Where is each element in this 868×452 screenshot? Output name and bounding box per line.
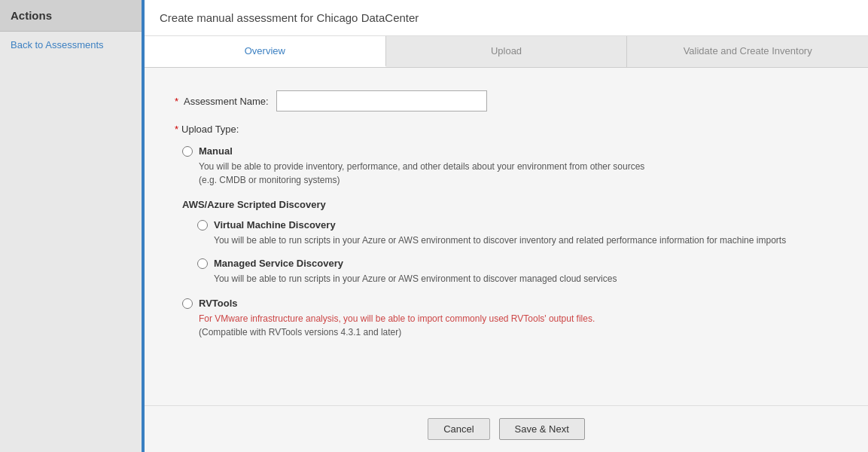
scripted-sub-group: Virtual Machine Discovery You will be ab… [197, 219, 838, 286]
vm-discovery-label[interactable]: Virtual Machine Discovery [214, 219, 336, 231]
assessment-name-label: * Assessment Name: [175, 96, 269, 107]
sidebar-header: Actions [0, 0, 142, 32]
vm-discovery-radio[interactable] [197, 220, 208, 231]
managed-service-radio[interactable] [197, 258, 208, 269]
rvtools-desc: For VMware infrastructure analysis, you … [199, 312, 838, 339]
manual-radio-label[interactable]: Manual [199, 145, 233, 157]
scripted-group-title: AWS/Azure Scripted Discovery [182, 199, 838, 210]
rvtools-radio[interactable] [182, 298, 193, 309]
rvtools-label[interactable]: RVTools [199, 298, 238, 309]
rvtools-option: RVTools For VMware infrastructure analys… [182, 298, 838, 339]
assessment-name-row: * Assessment Name: [175, 90, 838, 111]
assessment-name-input[interactable] [276, 90, 487, 111]
page-header: Create manual assessment for Chicago Dat… [145, 0, 868, 36]
tab-upload[interactable]: Upload [386, 36, 628, 67]
tabs-bar: Overview Upload Validate and Create Inve… [145, 36, 868, 68]
managed-service-desc: You will be able to run scripts in your … [214, 272, 838, 286]
form-area: * Assessment Name: * Upload Type: Manual [145, 68, 868, 405]
save-next-button[interactable]: Save & Next [499, 418, 585, 440]
manual-desc: You will be able to provide inventory, p… [199, 160, 838, 187]
sidebar: Actions Back to Assessments [0, 0, 145, 452]
upload-type-row: * Upload Type: [175, 124, 838, 135]
tab-validate[interactable]: Validate and Create Inventory [627, 36, 868, 67]
page-title: Create manual assessment for Chicago Dat… [160, 11, 419, 24]
vm-discovery-option: Virtual Machine Discovery You will be ab… [197, 219, 838, 247]
cancel-button[interactable]: Cancel [428, 418, 489, 440]
back-to-assessments-link[interactable]: Back to Assessments [0, 32, 142, 58]
sidebar-title: Actions [11, 9, 52, 22]
tab-overview[interactable]: Overview [145, 36, 386, 67]
manual-radio[interactable] [182, 146, 193, 157]
upload-type-label: Upload Type: [181, 124, 239, 135]
managed-service-label[interactable]: Managed Service Discovery [214, 258, 343, 269]
managed-service-option: Managed Service Discovery You will be ab… [197, 258, 838, 286]
manual-option: Manual You will be able to provide inven… [182, 145, 838, 187]
upload-type-radio-group: Manual You will be able to provide inven… [182, 145, 838, 339]
footer: Cancel Save & Next [145, 405, 868, 452]
vm-discovery-desc: You will be able to run scripts in your … [214, 234, 838, 247]
main-content: Create manual assessment for Chicago Dat… [145, 0, 868, 452]
scripted-discovery-group: AWS/Azure Scripted Discovery Virtual Mac… [182, 199, 838, 286]
